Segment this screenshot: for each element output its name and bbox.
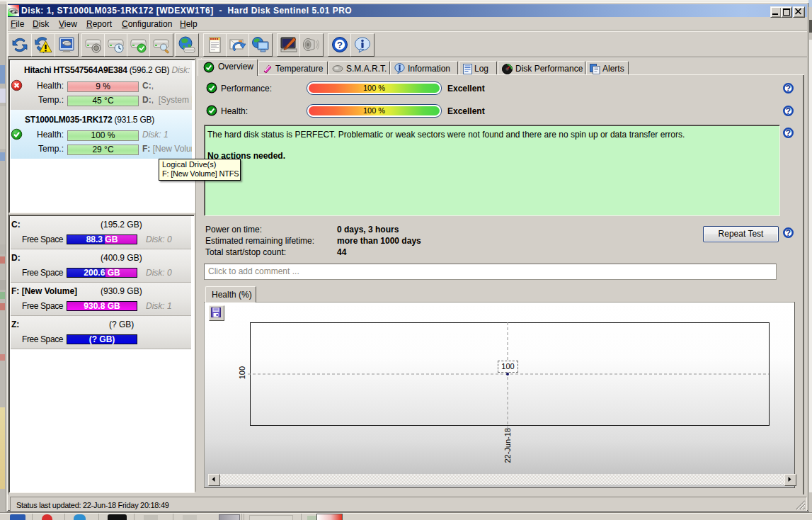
- svg-text:?: ?: [786, 106, 791, 116]
- svg-text:?: ?: [786, 228, 791, 238]
- svg-text:?: ?: [337, 40, 343, 50]
- svg-text:?: ?: [786, 84, 791, 94]
- svg-text:?: ?: [786, 128, 791, 138]
